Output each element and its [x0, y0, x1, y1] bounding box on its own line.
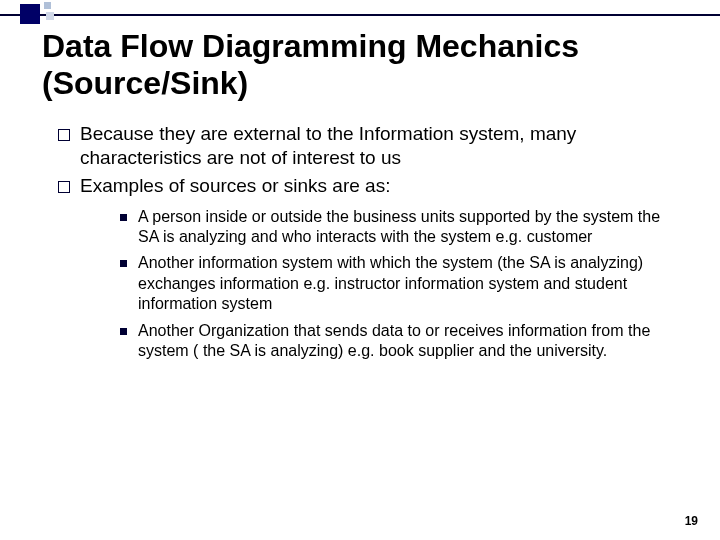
- slide-title: Data Flow Diagramming Mechanics (Source/…: [42, 28, 678, 102]
- decoration-square-large: [20, 4, 40, 24]
- bullet-list-level1: Because they are external to the Informa…: [42, 122, 678, 362]
- sub-bullet-item: Another information system with which th…: [120, 253, 678, 314]
- bullet-item: Examples of sources or sinks are as: A p…: [58, 174, 678, 362]
- slide-content: Data Flow Diagramming Mechanics (Source/…: [0, 0, 720, 362]
- slide-header-decoration: [0, 0, 720, 28]
- bullet-text: Because they are external to the Informa…: [80, 123, 576, 168]
- sub-bullet-text: A person inside or outside the business …: [138, 208, 660, 245]
- bullet-list-level2: A person inside or outside the business …: [80, 207, 678, 362]
- sub-bullet-text: Another Organization that sends data to …: [138, 322, 650, 359]
- decoration-square-small-1: [44, 2, 51, 9]
- decoration-square-small-2: [46, 12, 54, 20]
- bullet-item: Because they are external to the Informa…: [58, 122, 678, 171]
- page-number: 19: [685, 514, 698, 528]
- sub-bullet-item: A person inside or outside the business …: [120, 207, 678, 248]
- sub-bullet-text: Another information system with which th…: [138, 254, 643, 312]
- decoration-line: [0, 14, 720, 16]
- sub-bullet-item: Another Organization that sends data to …: [120, 321, 678, 362]
- bullet-text: Examples of sources or sinks are as:: [80, 175, 390, 196]
